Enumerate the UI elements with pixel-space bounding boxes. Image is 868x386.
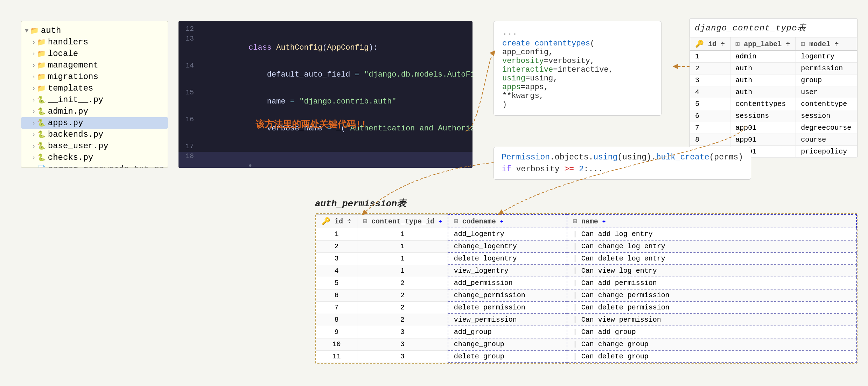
folder-icon: 📁 xyxy=(37,61,46,70)
tree-item-checks[interactable]: › 🐍 checks.py xyxy=(21,152,168,163)
expand-arrow: › xyxy=(32,62,36,69)
expand-arrow: › xyxy=(32,120,36,127)
folder-icon: 📁 xyxy=(37,72,46,81)
annotation-label: 该方法里的两处关键代码!! xyxy=(255,118,366,130)
snippet-line-8: ) xyxy=(502,100,653,109)
line-num: 13 xyxy=(178,35,200,43)
tree-label: backends.py xyxy=(48,130,103,139)
table-row: 7 2 delete_permission | Can delete permi… xyxy=(316,301,857,314)
table-row: 2 1 change_logentry | Can change log ent… xyxy=(316,240,857,252)
line-content: name = "django.contrib.auth" xyxy=(200,88,472,115)
line-num: 17 xyxy=(178,142,200,150)
folder-icon: 📁 xyxy=(37,49,46,58)
line-content: default_auto_field = "django.db.models.A… xyxy=(200,62,472,88)
tree-item-passwords[interactable]: 📄 common-passwords.txt.gz xyxy=(21,163,168,168)
line-num: 12 xyxy=(178,25,200,33)
tree-item-handlers[interactable]: › 📁 handlers xyxy=(21,36,168,48)
table-row: 3 auth group xyxy=(690,74,857,86)
line-num: 15 xyxy=(178,88,200,96)
tree-label-auth: auth xyxy=(41,26,61,35)
code-line-17: 17 xyxy=(178,142,472,152)
expand-arrow: › xyxy=(32,131,36,138)
tree-label: migrations xyxy=(48,72,98,81)
snippet-line-5: using=using, xyxy=(502,74,653,83)
tree-item-apps[interactable]: › 🐍 apps.py xyxy=(21,117,168,129)
table-row: 6 2 change_permission | Can change permi… xyxy=(316,289,857,301)
tree-item-auth[interactable]: ▼ 📁 auth xyxy=(21,25,168,36)
content-type-title: django_content_type表 xyxy=(690,19,857,37)
snippet-line-4: interactive=interactive, xyxy=(502,65,653,74)
tree-item-management[interactable]: › 📁 management xyxy=(21,59,168,71)
tree-item-base-user[interactable]: › 🐍 base_user.py xyxy=(21,140,168,152)
file-tree-panel: ▼ 📁 auth › 📁 handlers › 📁 locale › 📁 man… xyxy=(21,21,168,168)
expand-arrow: › xyxy=(32,143,36,150)
code-line-15: 15 name = "django.contrib.auth" xyxy=(178,88,472,115)
line-num: 18 xyxy=(178,152,200,160)
line-num: 14 xyxy=(178,62,200,70)
code-editor-panel: 12 13 class AuthConfig(AppConfig): 14 de… xyxy=(178,21,472,168)
perm-line-2: if verbosity >= 2:... xyxy=(502,165,743,174)
expand-arrow: › xyxy=(32,96,36,103)
tree-item-locale[interactable]: › 📁 locale xyxy=(21,48,168,59)
file-icon: 📄 xyxy=(37,165,46,168)
table-row: 4 1 view_logentry | Can view log entry xyxy=(316,265,857,277)
expand-arrow: › xyxy=(32,108,36,115)
snippet-line-7: **kwargs, xyxy=(502,92,653,100)
py-icon: 🐍 xyxy=(37,153,46,162)
snippet-panel: ... create_contenttypes( app_config, ver… xyxy=(493,21,662,116)
snippet-line-2: app_config, xyxy=(502,48,653,57)
tree-label: checks.py xyxy=(48,153,93,162)
tree-item-templates[interactable]: › 📁 templates xyxy=(21,83,168,94)
expand-arrow: › xyxy=(32,73,36,80)
snippet-line-1: create_contenttypes( xyxy=(502,39,653,48)
table-row: 8 app01 course xyxy=(690,134,857,146)
line-content: ● def ready(self): xyxy=(200,152,472,168)
main-container: ▼ 📁 auth › 📁 handlers › 📁 locale › 📁 man… xyxy=(0,0,868,386)
expand-arrow: › xyxy=(32,85,36,92)
code-line-18: 18 ● def ready(self): xyxy=(178,152,472,168)
py-icon: 🐍 xyxy=(37,142,46,150)
perm-line-1: Permission.objects.using(using).bulk_cre… xyxy=(502,153,743,162)
table-row: 9 3 add_group | Can add group xyxy=(316,326,857,338)
content-type-table-wrapper: django_content_type表 🔑 id ÷ ⊞ app_label … xyxy=(690,18,858,158)
content-type-table: 🔑 id ÷ ⊞ app_label ÷ ⊞ model ÷ 1 admin l… xyxy=(690,37,857,158)
tree-label-apps: apps.py xyxy=(48,118,83,128)
code-line-14: 14 default_auto_field = "django.db.model… xyxy=(178,61,472,88)
expand-arrow: › xyxy=(32,154,36,161)
py-icon: 🐍 xyxy=(37,119,46,127)
tree-item-init[interactable]: › 🐍 __init__.py xyxy=(21,94,168,106)
tree-label: common-passwords.txt.gz xyxy=(48,164,164,168)
auth-permission-table-wrapper: 🔑 id ÷ ⊞ content_type_id ÷ ⊞ codename ÷ … xyxy=(315,213,858,364)
tree-label: __init__.py xyxy=(48,95,103,105)
snippet-line-3: verbosity=verbosity, xyxy=(502,57,653,65)
line-content: class AuthConfig(AppConfig): xyxy=(200,35,472,61)
expand-arrow: › xyxy=(32,39,36,46)
table-row: 4 auth user xyxy=(690,86,857,98)
table-row: 6 sessions session xyxy=(690,110,857,122)
tree-item-migrations[interactable]: › 📁 migrations xyxy=(21,71,168,83)
table-row: 5 2 add_permission | Can add permission xyxy=(316,277,857,289)
table-row: 8 2 view_permission | Can view permissio… xyxy=(316,314,857,326)
snippet-line-6: apps=apps, xyxy=(502,83,653,92)
tree-label-templates: templates xyxy=(48,84,93,93)
table-row: 11 3 delete_group | Can delete group xyxy=(316,350,857,363)
table-row: 10 3 change_group | Can change group xyxy=(316,338,857,350)
expand-arrow: ▼ xyxy=(25,27,29,34)
layout-wrapper: ▼ 📁 auth › 📁 handlers › 📁 locale › 📁 man… xyxy=(10,10,858,376)
table-row: 3 1 delete_logentry | Can delete log ent… xyxy=(316,252,857,265)
folder-icon: 📁 xyxy=(37,84,46,93)
tree-item-admin[interactable]: › 🐍 admin.py xyxy=(21,106,168,117)
py-icon: 🐍 xyxy=(37,95,46,104)
tree-item-backends[interactable]: › 🐍 backends.py xyxy=(21,129,168,140)
line-num: 16 xyxy=(178,115,200,123)
folder-icon: 📁 xyxy=(30,26,39,35)
table-row: 1 1 add_logentry | Can add log entry xyxy=(316,228,857,240)
py-icon: 🐍 xyxy=(37,107,46,116)
tree-label: base_user.py xyxy=(48,141,108,151)
py-icon: 🐍 xyxy=(37,130,46,139)
code-line-12: 12 xyxy=(178,24,472,34)
tree-label: admin.py xyxy=(48,107,88,116)
tree-label: locale xyxy=(48,49,78,58)
table-row: 2 auth permission xyxy=(690,63,857,74)
auth-permission-table: 🔑 id ÷ ⊞ content_type_id ÷ ⊞ codename ÷ … xyxy=(316,214,857,363)
